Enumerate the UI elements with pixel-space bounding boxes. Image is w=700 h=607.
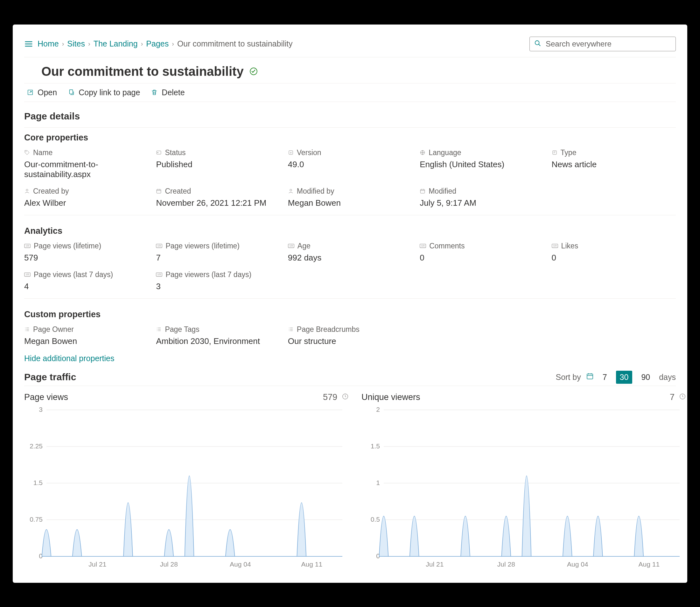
range-30-button[interactable]: 30: [616, 371, 633, 384]
core-properties-heading: Core properties: [24, 127, 676, 143]
chevron-right-icon: ›: [141, 40, 143, 47]
open-button[interactable]: Open: [27, 88, 57, 97]
svg-text:2: 2: [376, 407, 380, 413]
breadcrumb-home[interactable]: Home: [38, 39, 59, 48]
prop-views-7d: 123Page views (last 7 days) 4: [24, 270, 148, 291]
type-icon: [552, 150, 557, 155]
breadcrumb-site[interactable]: The Landing: [93, 39, 138, 48]
prop-language: Language English (United States): [420, 148, 544, 179]
breadcrumb-row: Home › Sites › The Landing › Pages › Our…: [24, 39, 293, 48]
search-input[interactable]: [546, 40, 671, 48]
svg-text:Aug 04: Aug 04: [567, 561, 588, 568]
sort-by-label: Sort by: [555, 373, 581, 382]
prop-modified-by: Modified by Megan Bowen: [288, 187, 412, 208]
prop-created-by: Created by Alex Wilber: [24, 187, 148, 208]
chevron-right-icon: ›: [172, 40, 174, 47]
list-icon: [288, 327, 294, 332]
breadcrumb-current: Our commitment to sustainability: [177, 39, 293, 48]
clock-icon: [679, 392, 686, 402]
globe-icon: [420, 150, 425, 155]
svg-text:2.25: 2.25: [29, 442, 43, 450]
published-check-icon: [249, 67, 258, 76]
prop-viewers-7d: 123Page viewers (last 7 days) 3: [156, 270, 280, 291]
prop-comments: 123Comments 0: [420, 242, 544, 263]
svg-line-1: [539, 44, 541, 46]
svg-rect-13: [157, 189, 161, 193]
chevron-right-icon: ›: [62, 40, 64, 47]
delete-button[interactable]: Delete: [151, 88, 184, 97]
svg-text:1.5: 1.5: [371, 442, 380, 450]
svg-text:#: #: [290, 151, 292, 154]
chart-title: Unique viewers: [362, 392, 420, 402]
prop-modified: Modified July 5, 9:17 AM: [420, 187, 544, 208]
hamburger-icon[interactable]: [24, 40, 33, 48]
area-chart-svg: 00.751.52.253Jul 21Jul 28Aug 04Aug 11: [24, 407, 349, 572]
hide-properties-link[interactable]: Hide additional properties: [24, 354, 114, 363]
chevron-right-icon: ›: [88, 40, 90, 47]
svg-text:Jul 21: Jul 21: [88, 561, 106, 568]
svg-point-12: [26, 189, 28, 191]
admin-page-window: Home › Sites › The Landing › Pages › Our…: [13, 24, 687, 583]
person-icon: [288, 188, 294, 194]
svg-text:Aug 11: Aug 11: [301, 561, 323, 568]
topbar: Home › Sites › The Landing › Pages › Our…: [24, 34, 676, 54]
chart-title: Page views: [24, 392, 68, 402]
metric-icon: 123: [24, 244, 30, 248]
svg-text:123: 123: [25, 274, 29, 276]
traffic-header: Page traffic Sort by 7 30 90 days: [24, 371, 676, 386]
delete-icon: [151, 89, 158, 96]
page-toolbar: Open Copy link to page Delete: [24, 83, 676, 102]
svg-text:123: 123: [25, 245, 29, 247]
svg-point-0: [535, 41, 539, 45]
svg-text:123: 123: [289, 245, 293, 247]
svg-text:0.75: 0.75: [29, 516, 43, 523]
analytics-heading: Analytics: [24, 221, 676, 236]
page-traffic-heading: Page traffic: [24, 372, 76, 382]
search-box[interactable]: [529, 37, 676, 51]
svg-text:Jul 28: Jul 28: [160, 561, 178, 568]
analytics-grid: 123Page views (lifetime) 579 123Page vie…: [24, 239, 676, 299]
svg-text:Jul 28: Jul 28: [497, 561, 515, 568]
svg-text:Jul 21: Jul 21: [426, 561, 443, 568]
breadcrumb-pages[interactable]: Pages: [146, 39, 169, 48]
days-label: days: [659, 373, 676, 382]
date-picker-icon[interactable]: [586, 372, 594, 382]
metric-icon: 123: [156, 272, 162, 277]
breadcrumb-sites[interactable]: Sites: [67, 39, 85, 48]
range-90-button[interactable]: 90: [637, 371, 654, 384]
page-views-chart: Page views 579 00.751.52.253Jul 21Jul 28…: [24, 392, 349, 573]
prop-viewers-lifetime: 123Page viewers (lifetime) 7: [156, 242, 280, 263]
page-details-heading: Page details: [24, 111, 676, 122]
open-icon: [27, 89, 34, 96]
svg-text:123: 123: [157, 274, 161, 276]
charts-row: Page views 579 00.751.52.253Jul 21Jul 28…: [24, 392, 676, 573]
metric-icon: 123: [420, 244, 426, 248]
copy-link-button[interactable]: Copy link to page: [68, 88, 140, 97]
metric-icon: 123: [288, 244, 294, 248]
range-7-button[interactable]: 7: [599, 371, 611, 384]
svg-text:1.5: 1.5: [34, 479, 43, 486]
prop-page-breadcrumbs: Page Breadcrumbs Our structure: [288, 325, 412, 346]
svg-text:Aug 04: Aug 04: [230, 561, 251, 568]
person-icon: [24, 188, 30, 194]
custom-properties-grid: Page Owner Megan Bowen Page Tags Ambitio…: [24, 322, 676, 354]
prop-version: #Version 49.0: [288, 148, 412, 179]
svg-rect-15: [420, 189, 425, 193]
title-row: Our commitment to sustainability: [24, 57, 676, 83]
metric-icon: 123: [552, 244, 558, 248]
svg-text:123: 123: [553, 245, 556, 247]
list-icon: [156, 327, 162, 332]
custom-properties-heading: Custom properties: [24, 305, 676, 319]
svg-rect-6: [157, 151, 161, 154]
svg-point-14: [290, 189, 292, 191]
chart-total: 7: [670, 392, 675, 402]
calendar-icon: [156, 188, 162, 194]
calendar-icon: [420, 188, 425, 194]
svg-point-5: [26, 151, 26, 152]
prop-status: Status Published: [156, 148, 280, 179]
tag-icon: [24, 150, 30, 155]
version-icon: #: [288, 150, 294, 155]
svg-rect-11: [553, 151, 556, 154]
svg-point-7: [157, 152, 158, 153]
prop-name: Name Our-commitment-to-sustainability.as…: [24, 148, 148, 179]
